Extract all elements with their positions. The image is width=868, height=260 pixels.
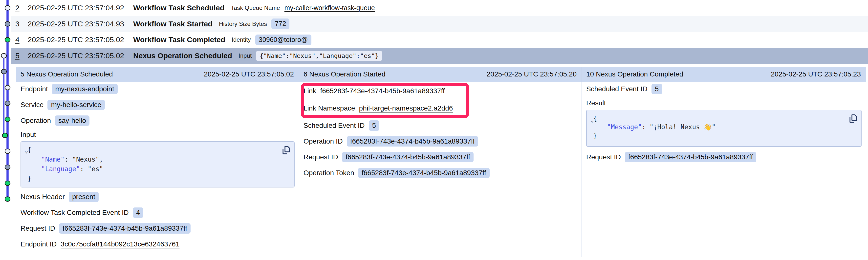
event-timestamp: 2025-02-25 UTC 23:57:04.93	[28, 20, 133, 28]
field-link-namespace: Link Namespace phil-target-namespace2.a2…	[304, 103, 577, 114]
field-value-badge: say-hello	[55, 115, 90, 126]
panel-title: 5 Nexus Operation Scheduled	[21, 70, 113, 78]
timeline-dot	[5, 165, 10, 170]
event-attr-label: Task Queue Name	[231, 4, 280, 11]
field-value-badge: my-hello-service	[48, 100, 105, 110]
field-value-badge: f665283f-743e-4374-b45b-9a61a89337ff	[358, 168, 490, 178]
event-id-link[interactable]: 2	[15, 4, 28, 12]
json-line: }	[27, 174, 289, 184]
field-label: Endpoint	[21, 85, 48, 93]
field-operation: Operation say-hello	[21, 115, 294, 126]
panel-timestamp: 2025-02-25 UTC 23:57:05.23	[771, 70, 861, 78]
event-row-2[interactable]: 2 2025-02-25 UTC 23:57:04.92 Workflow Ta…	[11, 0, 868, 16]
timeline-dot	[5, 117, 10, 122]
event-group-detail-panels: 5 Nexus Operation Scheduled 2025-02-25 U…	[16, 67, 866, 257]
event-name: Workflow Task Started	[133, 20, 213, 28]
event-attr-label: Identity	[231, 36, 251, 43]
event-name: Workflow Task Scheduled	[133, 4, 224, 12]
field-label: Operation Token	[304, 169, 354, 177]
panel-title: 10 Nexus Operation Completed	[586, 70, 683, 78]
json-line: }	[593, 132, 856, 140]
event-timestamp: 2025-02-25 UTC 23:57:05.02	[28, 36, 133, 44]
field-value-badge: f665283f-743e-4374-b45b-9a61a89337ff	[625, 152, 756, 162]
collapse-chevron-icon[interactable]: ⌄	[590, 117, 594, 123]
field-value-badge: 5	[651, 84, 662, 94]
field-value-badge: my-nexus-endpoint	[52, 84, 118, 94]
input-section-label: Input	[21, 131, 294, 138]
field-label: Link Namespace	[304, 104, 355, 112]
field-request-id: Request ID f665283f-743e-4374-b45b-9a61a…	[586, 152, 862, 162]
collapse-chevron-icon[interactable]: ⌄	[25, 147, 28, 154]
field-label: Scheduled Event ID	[586, 85, 648, 93]
timeline-dot	[5, 85, 10, 90]
field-value-badge: 4	[133, 208, 144, 218]
timeline-dot	[5, 149, 10, 154]
event-row-3[interactable]: 3 2025-02-25 UTC 23:57:04.93 Workflow Ta…	[11, 16, 868, 32]
event-attr-value-badge: 30960@totoro@	[255, 35, 311, 45]
field-label: Operation	[21, 117, 51, 124]
field-label: Request ID	[586, 153, 621, 161]
json-line: "Message": "¡Hola! Nexus 👋"	[593, 123, 856, 132]
endpoint-id-link[interactable]: 3c0c75ccfa8144b092c13ce632463761	[61, 240, 180, 248]
panel-title: 6 Nexus Operation Started	[304, 70, 385, 78]
event-input-json-badge: {"Name":"Nexus","Language":"es"}	[256, 51, 382, 61]
event-attr-label: History Size Bytes	[219, 21, 267, 27]
event-id-link[interactable]: 5	[15, 51, 28, 60]
copy-icon[interactable]	[281, 145, 291, 156]
event-timestamp: 2025-02-25 UTC 23:57:05.02	[28, 51, 133, 60]
result-json-viewer: ⌄ { "Message": "¡Hola! Nexus 👋" }	[586, 110, 862, 147]
task-queue-link[interactable]: my-caller-workflow-task-queue	[284, 4, 375, 12]
field-link: Link f665283f-743e-4374-b45b-9a61a89337f…	[304, 85, 577, 97]
panel-body: Scheduled Event ID 5 Result ⌄ { "Message…	[582, 82, 866, 162]
field-label: Scheduled Event ID	[304, 122, 365, 129]
timeline-dot	[2, 133, 8, 138]
panel-timestamp: 2025-02-25 UTC 23:57:05.20	[487, 70, 577, 78]
field-label: Nexus Header	[21, 193, 65, 201]
field-label: Endpoint ID	[21, 240, 57, 248]
json-line: "Language": "es"	[27, 164, 289, 174]
field-operation-token: Operation Token f665283f-743e-4374-b45b-…	[304, 168, 577, 178]
timeline-dot	[1, 69, 6, 74]
panel-nexus-operation-scheduled: 5 Nexus Operation Scheduled 2025-02-25 U…	[16, 67, 299, 257]
field-value-badge: present	[69, 192, 99, 202]
workflow-history-page: 2 2025-02-25 UTC 23:57:04.92 Workflow Ta…	[0, 0, 868, 260]
json-line: {	[27, 145, 289, 155]
panel-header: 6 Nexus Operation Started 2025-02-25 UTC…	[299, 67, 582, 82]
input-json-viewer: ⌄ { "Name": "Nexus", "Language": "es" }	[21, 141, 294, 187]
nexus-link[interactable]: f665283f-743e-4374-b45b-9a61a89337ff	[320, 87, 445, 95]
panel-nexus-operation-started: 6 Nexus Operation Started 2025-02-25 UTC…	[299, 67, 582, 257]
event-name: Nexus Operation Scheduled	[133, 51, 232, 60]
field-value-badge: f665283f-743e-4374-b45b-9a61a89337ff	[342, 152, 473, 162]
timeline-dot	[5, 101, 10, 106]
panel-body: Endpoint my-nexus-endpoint Service my-he…	[16, 82, 299, 250]
panel-header: 5 Nexus Operation Scheduled 2025-02-25 U…	[16, 67, 299, 82]
link-namespace-link[interactable]: phil-target-namespace2.a2dd6	[359, 104, 453, 112]
field-label: Request ID	[304, 153, 338, 161]
field-service: Service my-hello-service	[21, 100, 294, 110]
field-nexus-header: Nexus Header present	[21, 191, 294, 202]
event-attr-label: Input	[239, 52, 252, 59]
event-row-4[interactable]: 4 2025-02-25 UTC 23:57:05.02 Workflow Ta…	[11, 32, 868, 48]
result-section-label: Result	[586, 100, 862, 107]
event-id-link[interactable]: 4	[15, 36, 28, 44]
event-history-list: 2 2025-02-25 UTC 23:57:04.92 Workflow Ta…	[0, 0, 868, 64]
timeline-dot	[5, 197, 10, 201]
json-line: "Name": "Nexus",	[27, 155, 289, 164]
panel-nexus-operation-completed: 10 Nexus Operation Completed 2025-02-25 …	[582, 67, 866, 257]
field-label: Link	[304, 87, 316, 95]
panel-header: 10 Nexus Operation Completed 2025-02-25 …	[582, 67, 866, 82]
event-id-link[interactable]: 3	[15, 20, 28, 28]
field-value-badge: 5	[369, 120, 380, 131]
field-value-badge: f665283f-743e-4374-b45b-9a61a89337ff	[59, 223, 191, 234]
field-request-id: Request ID f665283f-743e-4374-b45b-9a61a…	[21, 223, 294, 234]
copy-icon[interactable]	[848, 114, 858, 124]
json-line: {	[593, 114, 856, 123]
event-timestamp: 2025-02-25 UTC 23:57:04.92	[28, 4, 133, 12]
event-row-5-selected[interactable]: 5 2025-02-25 UTC 23:57:05.02 Nexus Opera…	[11, 48, 868, 64]
field-label: Workflow Task Completed Event ID	[21, 209, 129, 217]
field-value-badge: f665283f-743e-4374-b45b-9a61a89337ff	[347, 136, 478, 147]
field-label: Operation ID	[304, 138, 343, 145]
field-label: Request ID	[21, 224, 55, 232]
panel-body: Link f665283f-743e-4374-b45b-9a61a89337f…	[299, 82, 582, 178]
field-scheduled-event-id: Scheduled Event ID 5	[304, 120, 577, 131]
